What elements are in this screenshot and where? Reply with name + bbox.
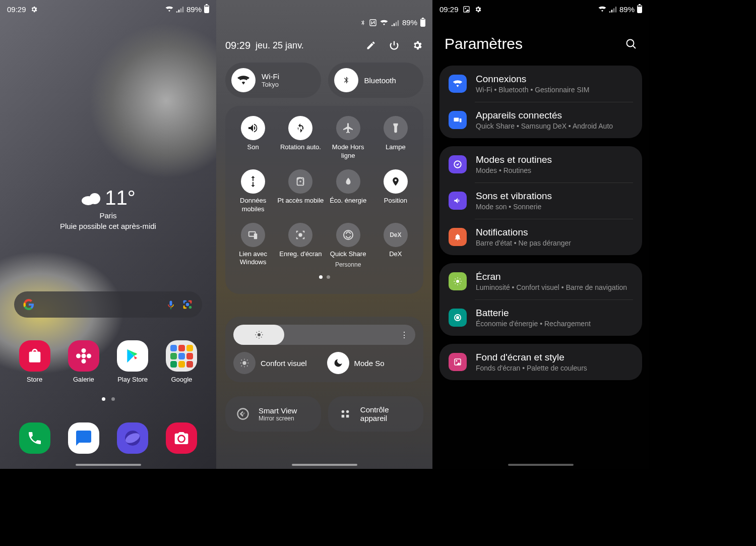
qs-tile[interactable]: Mode Hors ligne: [325, 116, 372, 160]
weather-temp: 11°: [105, 187, 136, 209]
settings-item[interactable]: Connexions Wi-Fi • Bluetooth • Gestionna…: [439, 66, 642, 102]
page-title: Paramètres: [445, 35, 523, 52]
settings-item[interactable]: Modes et routines Modes • Routines: [439, 146, 642, 183]
settings-item-icon: [449, 228, 467, 246]
weather-widget[interactable]: 11° Paris Pluie possible cet après-midi: [0, 187, 216, 230]
svg-point-41: [456, 360, 457, 361]
brightness-slider[interactable]: ⋮: [233, 325, 415, 345]
qs-tile[interactable]: Pt accès mobile: [277, 169, 324, 214]
tile-icon: [384, 169, 408, 194]
lens-icon[interactable]: [182, 299, 193, 310]
settings-item[interactable]: Fond d'écran et style Fonds d'écran • Pa…: [439, 344, 642, 380]
smartview-sub: Mirror screen: [259, 415, 297, 422]
app-label: Google: [171, 376, 192, 383]
qs-tile[interactable]: Éco. énergie: [325, 169, 372, 214]
messages-app[interactable]: [68, 422, 99, 454]
qs-tile[interactable]: Position: [372, 169, 419, 214]
settings-group: Fond d'écran et style Fonds d'écran • Pa…: [439, 344, 642, 380]
weather-desc: Pluie possible cet après-midi: [0, 222, 216, 230]
settings-item-icon: [449, 353, 467, 371]
search-icon[interactable]: [625, 38, 637, 50]
svg-point-39: [457, 317, 459, 319]
dark-mode-toggle[interactable]: Mode So: [327, 352, 416, 374]
qs-tile[interactable]: Son: [229, 116, 277, 160]
qs-bottom-row: Smart ViewMirror screen Contrôle apparei…: [225, 396, 423, 432]
home-screen: 09:29 89% 11° Paris Pluie possible cet a…: [0, 0, 216, 469]
settings-item-label: Connexions: [476, 74, 589, 85]
settings-item[interactable]: Notifications Barre d'état • Ne pas déra…: [439, 219, 642, 255]
power-icon[interactable]: [388, 39, 400, 51]
tile-icon: [241, 169, 265, 194]
bluetooth-toggle[interactable]: Bluetooth: [328, 63, 424, 98]
app-store[interactable]: Store: [12, 340, 58, 383]
settings-item-label: Batterie: [476, 308, 591, 319]
app-label: Play Store: [117, 376, 148, 383]
settings-list[interactable]: Connexions Wi-Fi • Bluetooth • Gestionna…: [439, 66, 642, 469]
quick-settings-panel: 89% 09:29 jeu. 25 janv. Wi-FiTokyo Bluet…: [216, 0, 432, 469]
tile-icon: [336, 116, 360, 140]
edit-icon[interactable]: [365, 39, 377, 51]
dock: [10, 422, 206, 454]
grid-icon: [336, 404, 354, 423]
qs-tile[interactable]: Enreg. d'écran: [277, 223, 324, 269]
qs-tile[interactable]: Rotation auto.: [277, 116, 324, 160]
qs-tile[interactable]: DeX DeX: [372, 223, 419, 269]
app-gallery[interactable]: Galerie: [60, 340, 107, 383]
settings-item-icon: [449, 272, 467, 290]
gallery-icon: [68, 340, 99, 372]
tile-icon: [241, 223, 265, 247]
google-logo-icon: [23, 299, 34, 310]
qs-tile[interactable]: Quick Share Personne: [325, 223, 372, 269]
settings-item-label: Notifications: [476, 227, 571, 238]
tile-label: Données mobiles: [229, 197, 277, 214]
folder-icon: [166, 340, 197, 372]
brightness-panel: ⋮ Confort visuel Mode So: [225, 317, 423, 382]
qs-tile[interactable]: Lien avec Windows: [229, 223, 277, 269]
settings-item[interactable]: Écran Luminosité • Confort visuel • Barr…: [439, 263, 642, 299]
tile-label: DeX: [389, 250, 402, 259]
svg-point-22: [299, 233, 302, 236]
svg-point-24: [258, 333, 261, 336]
qs-tile[interactable]: Lampe: [372, 116, 419, 160]
tile-icon: DeX: [384, 223, 408, 247]
gear-icon[interactable]: [411, 39, 423, 51]
wifi-icon: [380, 19, 388, 26]
more-icon[interactable]: ⋮: [400, 330, 408, 340]
settings-item-desc: Wi-Fi • Bluetooth • Gestionnaire SIM: [476, 86, 589, 94]
app-label: Galerie: [73, 376, 94, 383]
tile-icon: [288, 116, 312, 140]
app-label: Store: [27, 376, 42, 383]
settings-item-icon: [449, 111, 467, 129]
wifi-toggle[interactable]: Wi-FiTokyo: [225, 63, 321, 98]
smart-view-card[interactable]: Smart ViewMirror screen: [225, 396, 321, 432]
settings-item[interactable]: Appareils connectés Quick Share • Samsun…: [439, 102, 642, 138]
svg-point-37: [456, 280, 459, 283]
mic-icon[interactable]: [166, 299, 176, 310]
wifi-label: Wi-Fi: [262, 72, 279, 81]
svg-point-8: [189, 306, 192, 309]
nav-handle[interactable]: [76, 464, 141, 466]
browser-app[interactable]: [117, 422, 148, 454]
phone-app[interactable]: [19, 422, 50, 454]
qs-tile[interactable]: Données mobiles: [229, 169, 277, 214]
nav-handle[interactable]: [508, 464, 574, 466]
app-row: Store Galerie Play Store Google: [10, 340, 206, 383]
camera-app[interactable]: [166, 422, 197, 454]
google-search-bar[interactable]: [14, 291, 202, 318]
settings-item[interactable]: Batterie Économie d'énergie • Rechargeme…: [439, 299, 642, 336]
eye-comfort-toggle[interactable]: Confort visuel: [233, 352, 322, 374]
svg-point-10: [81, 354, 86, 358]
status-time: 09:29: [439, 5, 459, 14]
nav-handle[interactable]: [292, 464, 357, 466]
tile-label: Lien avec Windows: [229, 250, 277, 267]
eye-comfort-icon: [233, 352, 256, 374]
gear-icon: [30, 6, 38, 13]
settings-item-label: Fond d'écran et style: [476, 352, 587, 363]
settings-item-icon: [449, 75, 467, 93]
settings-item[interactable]: Sons et vibrations Mode son • Sonnerie: [439, 183, 642, 219]
app-playstore[interactable]: Play Store: [109, 340, 156, 383]
device-control-card[interactable]: Contrôle appareil: [328, 396, 424, 432]
svg-point-33: [627, 40, 634, 47]
tile-label: Position: [384, 197, 407, 205]
app-google-folder[interactable]: Google: [158, 340, 205, 383]
